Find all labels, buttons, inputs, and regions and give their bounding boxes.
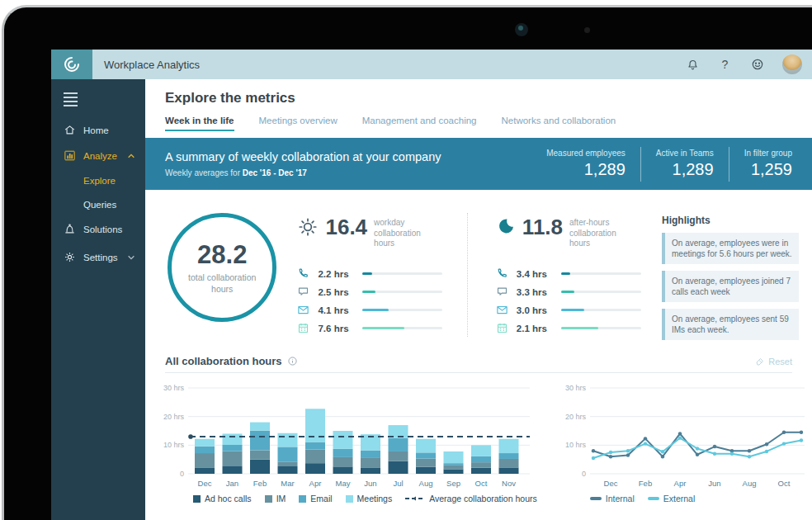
solutions-icon bbox=[64, 223, 76, 235]
stat-label: Measured employees bbox=[546, 149, 626, 158]
sidebar-item-settings[interactable]: Settings bbox=[51, 244, 145, 270]
data-point[interactable] bbox=[609, 451, 612, 454]
bar-segment[interactable] bbox=[250, 423, 270, 431]
data-point[interactable] bbox=[800, 438, 803, 442]
bar-segment[interactable] bbox=[278, 462, 298, 466]
notifications-bell-icon[interactable] bbox=[686, 58, 700, 72]
data-point[interactable] bbox=[678, 436, 682, 439]
data-point[interactable] bbox=[644, 437, 647, 440]
data-point[interactable] bbox=[748, 449, 751, 452]
bar-segment[interactable] bbox=[389, 451, 408, 461]
data-point[interactable] bbox=[765, 450, 768, 453]
bar-segment[interactable] bbox=[361, 451, 380, 458]
bar-segment[interactable] bbox=[444, 463, 464, 465]
data-point[interactable] bbox=[609, 455, 612, 458]
bar-segment[interactable] bbox=[444, 465, 464, 469]
bar-segment[interactable] bbox=[223, 433, 243, 445]
bar-segment[interactable] bbox=[444, 469, 464, 474]
bar-segment[interactable] bbox=[389, 438, 408, 451]
bar-segment[interactable] bbox=[361, 458, 380, 467]
data-point[interactable] bbox=[661, 455, 664, 458]
bar-segment[interactable] bbox=[389, 461, 408, 474]
sidebar-item-label: Home bbox=[83, 125, 109, 135]
data-point[interactable] bbox=[592, 449, 595, 452]
bar-segment[interactable] bbox=[223, 466, 243, 474]
bar-chart-canvas[interactable]: 010 hrs20 hrs30 hrsDecJanFebMarAprMayJun… bbox=[157, 380, 535, 492]
chevron-up-icon[interactable] bbox=[127, 153, 135, 159]
tab-week-in-the-life[interactable]: Week in the life bbox=[165, 116, 234, 131]
help-icon[interactable]: ? bbox=[718, 58, 732, 72]
data-point[interactable] bbox=[730, 452, 734, 456]
workplace-analytics-logo-icon[interactable] bbox=[51, 50, 92, 79]
bar-segment[interactable] bbox=[499, 467, 519, 474]
tab-networks-and-collaboration[interactable]: Networks and collaboration bbox=[502, 116, 616, 131]
bar-segment[interactable] bbox=[499, 453, 519, 459]
data-point[interactable] bbox=[713, 445, 716, 448]
data-point[interactable] bbox=[800, 431, 803, 434]
sidebar-item-solutions[interactable]: Solutions bbox=[51, 216, 145, 242]
line-chart-canvas[interactable]: 010 hrs20 hrs30 hrsDecFebAprJunAugOct bbox=[559, 380, 810, 492]
info-icon[interactable] bbox=[287, 356, 298, 366]
bar-segment[interactable] bbox=[195, 439, 215, 447]
data-point[interactable] bbox=[765, 442, 768, 446]
bar-segment[interactable] bbox=[471, 462, 491, 468]
calendar-icon bbox=[297, 322, 311, 334]
bar-segment[interactable] bbox=[333, 457, 353, 466]
sidebar-item-queries[interactable]: Queries bbox=[51, 192, 145, 216]
bar-segment[interactable] bbox=[305, 442, 325, 450]
y-axis-tick: 30 hrs bbox=[163, 384, 185, 392]
sidebar-item-analyze[interactable]: Analyze bbox=[51, 143, 145, 168]
x-axis-tick: Dec bbox=[603, 479, 617, 488]
bar-segment[interactable] bbox=[278, 447, 298, 461]
user-avatar[interactable] bbox=[782, 54, 802, 74]
data-point[interactable] bbox=[626, 453, 630, 456]
bar-segment[interactable] bbox=[250, 431, 270, 451]
bar-segment[interactable] bbox=[361, 467, 380, 474]
sidebar-item-home[interactable]: Home bbox=[51, 117, 145, 143]
bar-segment[interactable] bbox=[223, 445, 243, 451]
bar-segment[interactable] bbox=[278, 466, 298, 474]
sidebar-item-explore[interactable]: Explore bbox=[51, 168, 145, 192]
bar-segment[interactable] bbox=[416, 452, 436, 458]
bar-segment[interactable] bbox=[499, 439, 519, 453]
bar-segment[interactable] bbox=[195, 467, 215, 474]
bar-segment[interactable] bbox=[250, 451, 270, 460]
data-point[interactable] bbox=[644, 442, 647, 445]
bar-segment[interactable] bbox=[223, 451, 243, 466]
bar-segment[interactable] bbox=[499, 459, 519, 467]
bar-segment[interactable] bbox=[333, 466, 353, 474]
tab-management-and-coaching[interactable]: Management and coaching bbox=[362, 116, 477, 131]
bar-segment[interactable] bbox=[305, 450, 325, 464]
bar-segment[interactable] bbox=[333, 431, 353, 449]
reset-button[interactable]: Reset bbox=[755, 357, 792, 366]
bar-segment[interactable] bbox=[305, 463, 325, 474]
data-point[interactable] bbox=[782, 442, 786, 445]
bar-segment[interactable] bbox=[333, 449, 353, 457]
bar-segment[interactable] bbox=[471, 468, 491, 474]
data-point[interactable] bbox=[748, 455, 751, 458]
bar-segment[interactable] bbox=[471, 445, 491, 456]
data-point[interactable] bbox=[696, 453, 699, 456]
feedback-smiley-icon[interactable] bbox=[750, 58, 764, 72]
menu-hamburger-icon[interactable] bbox=[51, 79, 145, 117]
data-point[interactable] bbox=[782, 431, 786, 434]
bar-segment[interactable] bbox=[471, 456, 491, 462]
bar-segment[interactable] bbox=[416, 439, 436, 453]
bar-segment[interactable] bbox=[195, 447, 215, 453]
chevron-down-icon[interactable] bbox=[127, 254, 135, 261]
data-point[interactable] bbox=[696, 447, 699, 450]
data-point[interactable] bbox=[592, 456, 595, 460]
data-point[interactable] bbox=[626, 449, 630, 452]
bar-segment[interactable] bbox=[416, 459, 436, 467]
data-point[interactable] bbox=[661, 450, 664, 453]
data-point[interactable] bbox=[678, 432, 682, 435]
bar-segment[interactable] bbox=[278, 433, 298, 447]
bar-segment[interactable] bbox=[416, 467, 436, 474]
bar-segment[interactable] bbox=[250, 460, 270, 474]
data-point[interactable] bbox=[713, 452, 716, 456]
tab-meetings-overview[interactable]: Meetings overview bbox=[259, 116, 338, 131]
bar-segment[interactable] bbox=[444, 451, 464, 463]
metric-value: 3.4 hrs bbox=[517, 269, 555, 279]
x-axis-tick: Apr bbox=[673, 479, 686, 488]
bar-segment[interactable] bbox=[195, 453, 215, 467]
